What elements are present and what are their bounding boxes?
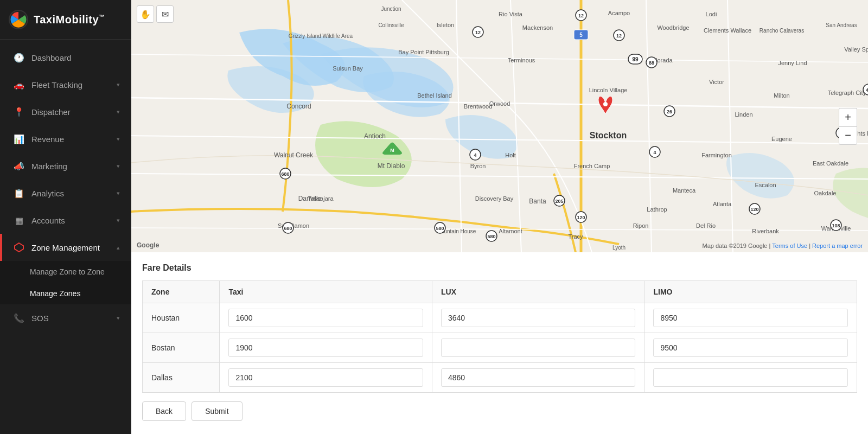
svg-text:San Andreas: San Andreas	[826, 22, 857, 28]
limo-input[interactable]	[653, 309, 848, 327]
marketing-icon: 📣	[13, 160, 25, 172]
svg-text:99: 99	[632, 56, 639, 62]
zone-chevron: ▴	[117, 244, 120, 251]
svg-text:Tassajara: Tassajara	[308, 195, 334, 202]
map-svg: 5 99 Stockton Antioch Concord Walnut Cre…	[131, 0, 868, 252]
svg-marker-3	[15, 243, 23, 252]
dispatcher-icon: 📍	[13, 106, 25, 118]
submit-button[interactable]: Submit	[192, 401, 242, 421]
fleet-icon: 🚗	[13, 79, 25, 91]
sidebar-item-analytics-label: Analytics	[31, 189, 64, 198]
col-zone: Zone	[143, 281, 220, 303]
svg-text:Suisun Bay: Suisun Bay	[333, 65, 363, 72]
sidebar-item-dispatcher[interactable]: 📍 Dispatcher ▾	[0, 98, 131, 125]
svg-text:12: 12	[475, 30, 481, 35]
svg-text:205: 205	[555, 199, 563, 204]
manage-zones-label: Manage Zones	[30, 289, 80, 298]
taxi-input[interactable]	[228, 309, 423, 327]
sidebar: TaxiMobility™ 🕐 Dashboard 🚗 Fleet Tracki…	[0, 0, 131, 434]
draw-tool-button[interactable]: ✉	[156, 5, 174, 23]
svg-text:26: 26	[667, 109, 672, 114]
marketing-chevron: ▾	[117, 163, 120, 170]
svg-text:Collinsville: Collinsville	[378, 22, 404, 28]
fare-table-body: Houstan Bostan Dallas	[143, 303, 857, 393]
sidebar-item-marketing[interactable]: 📣 Marketing ▾	[0, 152, 131, 180]
svg-text:French Camp: French Camp	[574, 163, 610, 169]
svg-text:108: 108	[832, 223, 840, 228]
svg-text:Stockton: Stockton	[590, 131, 627, 140]
accounts-icon: ▦	[13, 214, 25, 226]
svg-text:Telegraph City: Telegraph City	[828, 90, 866, 96]
sidebar-item-dashboard-label: Dashboard	[31, 53, 71, 62]
svg-text:680: 680	[281, 171, 289, 177]
col-taxi: Taxi	[220, 281, 432, 303]
svg-text:4: 4	[653, 150, 656, 155]
fare-table: Zone Taxi LUX LIMO Houstan Bostan Dallas	[142, 280, 857, 393]
svg-text:Terminous: Terminous	[508, 57, 535, 63]
col-limo: LIMO	[644, 281, 857, 303]
svg-text:Manteca: Manteca	[673, 187, 696, 194]
revenue-chevron: ▾	[117, 136, 120, 143]
lux-input[interactable]	[441, 368, 636, 387]
limo-input[interactable]	[653, 339, 848, 357]
taxi-cell	[220, 303, 432, 333]
limo-input[interactable]	[653, 368, 848, 387]
zoom-out-button[interactable]: −	[839, 126, 857, 145]
svg-text:Ripon: Ripon	[633, 222, 649, 229]
limo-cell	[644, 363, 857, 393]
fare-details-panel: Fare Details Zone Taxi LUX LIMO Houstan …	[131, 252, 868, 434]
svg-text:Woodbridge: Woodbridge	[657, 24, 689, 31]
svg-text:Oakdale: Oakdale	[814, 190, 837, 196]
nav-list: 🕐 Dashboard 🚗 Fleet Tracking ▾ 📍 Dispatc…	[0, 40, 131, 434]
sidebar-item-analytics[interactable]: 📋 Analytics ▾	[0, 180, 131, 207]
col-lux: LUX	[432, 281, 644, 303]
svg-text:Banta: Banta	[529, 197, 546, 205]
report-link[interactable]: Report a map error	[812, 242, 863, 249]
sidebar-item-dispatcher-label: Dispatcher	[31, 107, 71, 117]
sidebar-item-zone-label: Zone Management	[31, 243, 100, 252]
sidebar-item-zone-management[interactable]: Zone Management ▴	[0, 234, 131, 261]
svg-text:580: 580	[436, 226, 444, 231]
zone-cell: Bostan	[143, 333, 220, 363]
sidebar-sub-manage-zones[interactable]: Manage Zones	[0, 283, 131, 304]
svg-text:Atlanta: Atlanta	[713, 201, 732, 207]
svg-text:East Oakdale: East Oakdale	[813, 160, 848, 167]
sos-icon: 📞	[13, 312, 25, 324]
svg-text:5: 5	[579, 32, 583, 38]
sidebar-item-sos[interactable]: 📞 SOS ▾	[0, 304, 131, 331]
svg-text:Del Rio: Del Rio	[696, 222, 716, 229]
sidebar-item-fleet-tracking[interactable]: 🚗 Fleet Tracking ▾	[0, 71, 131, 98]
sidebar-item-accounts[interactable]: ▦ Accounts ▾	[0, 207, 131, 234]
svg-text:Rancho Calaveras: Rancho Calaveras	[760, 28, 804, 34]
sidebar-item-dashboard[interactable]: 🕐 Dashboard	[0, 44, 131, 71]
svg-text:12: 12	[578, 13, 584, 18]
svg-text:Milton: Milton	[774, 92, 789, 99]
lux-input[interactable]	[441, 309, 636, 327]
hand-tool-button[interactable]: ✋	[137, 5, 154, 23]
svg-text:Discovery Bay: Discovery Bay	[475, 195, 514, 202]
dashboard-icon: 🕐	[13, 52, 25, 63]
svg-point-113	[603, 102, 608, 106]
taxi-input[interactable]	[228, 339, 423, 357]
svg-text:Altamont: Altamont	[499, 228, 522, 234]
terms-link[interactable]: Terms of Use	[772, 242, 807, 249]
taxi-input[interactable]	[228, 368, 423, 387]
svg-text:Valley Springs: Valley Springs	[844, 46, 868, 53]
map-zoom-controls: + −	[839, 108, 857, 145]
revenue-icon: 📊	[13, 133, 25, 145]
lux-input[interactable]	[441, 339, 636, 357]
sidebar-sub-manage-zone-to-zone[interactable]: Manage Zone to Zone	[0, 261, 131, 283]
svg-text:Brentwood: Brentwood	[464, 103, 493, 110]
back-button[interactable]: Back	[142, 401, 186, 421]
svg-text:Eugene: Eugene	[771, 136, 792, 142]
limo-cell	[644, 303, 857, 333]
svg-text:Bethel Island: Bethel Island	[417, 92, 452, 99]
svg-text:12: 12	[616, 33, 622, 39]
form-actions: Back Submit	[142, 401, 857, 421]
svg-text:M: M	[390, 148, 394, 153]
svg-text:Lathrop: Lathrop	[647, 206, 667, 213]
zoom-in-button[interactable]: +	[839, 108, 857, 126]
lux-cell	[432, 363, 644, 393]
sidebar-item-revenue[interactable]: 📊 Revenue ▾	[0, 125, 131, 152]
svg-text:Victor: Victor	[709, 79, 724, 85]
